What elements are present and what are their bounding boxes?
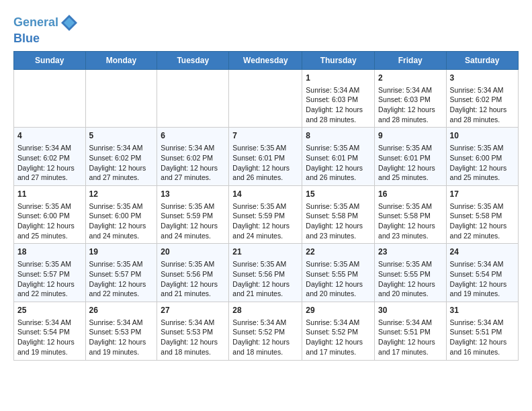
- calendar-cell: 24Sunrise: 5:34 AM Sunset: 5:54 PM Dayli…: [446, 244, 518, 302]
- day-info: Sunrise: 5:34 AM Sunset: 6:02 PM Dayligh…: [450, 85, 515, 125]
- calendar-cell: 19Sunrise: 5:35 AM Sunset: 5:57 PM Dayli…: [85, 244, 157, 302]
- day-number: 24: [450, 246, 515, 258]
- day-info: Sunrise: 5:35 AM Sunset: 6:00 PM Dayligh…: [450, 143, 515, 183]
- day-of-week-header: Monday: [85, 51, 157, 69]
- calendar-cell: 2Sunrise: 5:34 AM Sunset: 6:03 PM Daylig…: [375, 69, 447, 128]
- calendar-cell: 5Sunrise: 5:34 AM Sunset: 6:02 PM Daylig…: [85, 128, 157, 186]
- calendar-cell: 4Sunrise: 5:34 AM Sunset: 6:02 PM Daylig…: [14, 128, 86, 186]
- page-header: General Blue: [13, 11, 519, 46]
- day-number: 29: [306, 305, 371, 316]
- calendar-cell: 21Sunrise: 5:35 AM Sunset: 5:56 PM Dayli…: [229, 244, 302, 302]
- day-number: 21: [232, 246, 298, 258]
- day-info: Sunrise: 5:34 AM Sunset: 6:03 PM Dayligh…: [306, 85, 371, 125]
- day-number: 14: [232, 189, 298, 200]
- day-info: Sunrise: 5:34 AM Sunset: 5:53 PM Dayligh…: [161, 318, 225, 357]
- day-number: 27: [161, 305, 225, 316]
- calendar-cell: 11Sunrise: 5:35 AM Sunset: 6:00 PM Dayli…: [14, 185, 86, 244]
- calendar-cell: 28Sunrise: 5:34 AM Sunset: 5:52 PM Dayli…: [229, 302, 302, 360]
- logo: General Blue: [13, 13, 79, 46]
- calendar-cell: [85, 69, 157, 128]
- calendar-cell: 12Sunrise: 5:35 AM Sunset: 6:00 PM Dayli…: [85, 185, 157, 244]
- day-info: Sunrise: 5:35 AM Sunset: 5:55 PM Dayligh…: [378, 259, 443, 299]
- day-info: Sunrise: 5:34 AM Sunset: 5:54 PM Dayligh…: [17, 318, 82, 357]
- day-number: 2: [378, 73, 443, 84]
- day-number: 31: [450, 305, 515, 316]
- day-number: 3: [450, 73, 515, 84]
- day-info: Sunrise: 5:34 AM Sunset: 5:51 PM Dayligh…: [450, 318, 515, 357]
- day-number: 10: [450, 130, 515, 142]
- day-number: 25: [17, 305, 82, 316]
- logo-text: General Blue: [13, 13, 79, 46]
- calendar-cell: 3Sunrise: 5:34 AM Sunset: 6:02 PM Daylig…: [446, 69, 518, 128]
- day-number: 23: [378, 246, 443, 258]
- calendar-cell: 22Sunrise: 5:35 AM Sunset: 5:55 PM Dayli…: [302, 244, 375, 302]
- day-info: Sunrise: 5:35 AM Sunset: 5:58 PM Dayligh…: [450, 201, 515, 241]
- day-of-week-header: Friday: [375, 51, 447, 69]
- calendar-cell: 16Sunrise: 5:35 AM Sunset: 5:58 PM Dayli…: [375, 185, 447, 244]
- day-info: Sunrise: 5:35 AM Sunset: 6:01 PM Dayligh…: [306, 143, 371, 183]
- day-info: Sunrise: 5:35 AM Sunset: 6:00 PM Dayligh…: [89, 201, 154, 241]
- calendar-cell: [229, 69, 302, 128]
- day-of-week-header: Tuesday: [157, 51, 229, 69]
- day-number: 8: [306, 130, 371, 142]
- day-info: Sunrise: 5:34 AM Sunset: 5:54 PM Dayligh…: [450, 259, 515, 299]
- day-info: Sunrise: 5:35 AM Sunset: 5:55 PM Dayligh…: [306, 259, 371, 299]
- day-number: 19: [89, 246, 154, 258]
- day-info: Sunrise: 5:34 AM Sunset: 6:02 PM Dayligh…: [89, 143, 154, 183]
- day-number: 20: [161, 246, 225, 258]
- calendar-cell: [14, 69, 86, 128]
- day-number: 9: [378, 130, 443, 142]
- day-info: Sunrise: 5:34 AM Sunset: 5:51 PM Dayligh…: [378, 318, 443, 357]
- day-info: Sunrise: 5:34 AM Sunset: 6:02 PM Dayligh…: [17, 143, 82, 183]
- day-info: Sunrise: 5:35 AM Sunset: 6:01 PM Dayligh…: [378, 143, 443, 183]
- calendar-cell: 20Sunrise: 5:35 AM Sunset: 5:56 PM Dayli…: [157, 244, 229, 302]
- calendar-cell: 9Sunrise: 5:35 AM Sunset: 6:01 PM Daylig…: [375, 128, 447, 186]
- day-number: 6: [161, 130, 225, 142]
- calendar-cell: 13Sunrise: 5:35 AM Sunset: 5:59 PM Dayli…: [157, 185, 229, 244]
- calendar-cell: 25Sunrise: 5:34 AM Sunset: 5:54 PM Dayli…: [14, 302, 86, 360]
- calendar-cell: 17Sunrise: 5:35 AM Sunset: 5:58 PM Dayli…: [446, 185, 518, 244]
- calendar-cell: 14Sunrise: 5:35 AM Sunset: 5:59 PM Dayli…: [229, 185, 302, 244]
- calendar-table: SundayMondayTuesdayWednesdayThursdayFrid…: [13, 51, 519, 361]
- calendar-cell: 18Sunrise: 5:35 AM Sunset: 5:57 PM Dayli…: [14, 244, 86, 302]
- calendar-cell: 10Sunrise: 5:35 AM Sunset: 6:00 PM Dayli…: [446, 128, 518, 186]
- calendar-cell: 31Sunrise: 5:34 AM Sunset: 5:51 PM Dayli…: [446, 302, 518, 360]
- day-number: 18: [17, 246, 82, 258]
- day-info: Sunrise: 5:35 AM Sunset: 5:56 PM Dayligh…: [161, 259, 225, 299]
- day-number: 15: [306, 189, 371, 200]
- day-info: Sunrise: 5:35 AM Sunset: 6:00 PM Dayligh…: [17, 201, 82, 241]
- day-number: 16: [378, 189, 443, 200]
- calendar-cell: 8Sunrise: 5:35 AM Sunset: 6:01 PM Daylig…: [302, 128, 375, 186]
- calendar-cell: 26Sunrise: 5:34 AM Sunset: 5:53 PM Dayli…: [85, 302, 157, 360]
- day-number: 11: [17, 189, 82, 200]
- calendar-cell: 1Sunrise: 5:34 AM Sunset: 6:03 PM Daylig…: [302, 69, 375, 128]
- day-of-week-header: Saturday: [446, 51, 518, 69]
- day-info: Sunrise: 5:35 AM Sunset: 5:59 PM Dayligh…: [232, 201, 298, 241]
- day-info: Sunrise: 5:34 AM Sunset: 5:52 PM Dayligh…: [232, 318, 298, 357]
- day-info: Sunrise: 5:35 AM Sunset: 5:58 PM Dayligh…: [306, 201, 371, 241]
- day-info: Sunrise: 5:34 AM Sunset: 6:02 PM Dayligh…: [161, 143, 225, 183]
- calendar-cell: 7Sunrise: 5:35 AM Sunset: 6:01 PM Daylig…: [229, 128, 302, 186]
- day-info: Sunrise: 5:35 AM Sunset: 5:57 PM Dayligh…: [89, 259, 154, 299]
- day-info: Sunrise: 5:35 AM Sunset: 5:58 PM Dayligh…: [378, 201, 443, 241]
- day-number: 22: [306, 246, 371, 258]
- calendar-cell: 23Sunrise: 5:35 AM Sunset: 5:55 PM Dayli…: [375, 244, 447, 302]
- day-info: Sunrise: 5:34 AM Sunset: 5:52 PM Dayligh…: [306, 318, 371, 357]
- calendar-cell: 30Sunrise: 5:34 AM Sunset: 5:51 PM Dayli…: [375, 302, 447, 360]
- day-number: 30: [378, 305, 443, 316]
- calendar-cell: [157, 69, 229, 128]
- day-number: 7: [232, 130, 298, 142]
- day-of-week-header: Sunday: [14, 51, 86, 69]
- day-number: 12: [89, 189, 154, 200]
- day-info: Sunrise: 5:34 AM Sunset: 5:53 PM Dayligh…: [89, 318, 154, 357]
- day-info: Sunrise: 5:35 AM Sunset: 5:57 PM Dayligh…: [17, 259, 82, 299]
- calendar-cell: 6Sunrise: 5:34 AM Sunset: 6:02 PM Daylig…: [157, 128, 229, 186]
- day-of-week-header: Thursday: [302, 51, 375, 69]
- day-number: 4: [17, 130, 82, 142]
- day-number: 17: [450, 189, 515, 200]
- calendar-cell: 27Sunrise: 5:34 AM Sunset: 5:53 PM Dayli…: [157, 302, 229, 360]
- day-info: Sunrise: 5:35 AM Sunset: 5:59 PM Dayligh…: [161, 201, 225, 241]
- day-number: 5: [89, 130, 154, 142]
- calendar-cell: 29Sunrise: 5:34 AM Sunset: 5:52 PM Dayli…: [302, 302, 375, 360]
- day-number: 28: [232, 305, 298, 316]
